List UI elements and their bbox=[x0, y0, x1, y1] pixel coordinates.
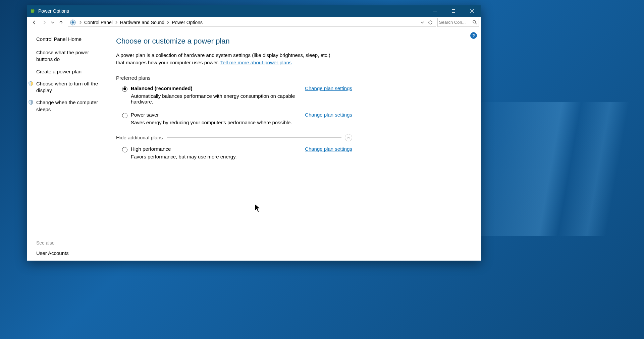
sidebar-task-power-buttons[interactable]: Choose what the power buttons do bbox=[36, 49, 106, 63]
breadcrumb-item[interactable]: Control Panel bbox=[83, 18, 114, 26]
preferred-plans-header: Preferred plans bbox=[116, 75, 352, 81]
maximize-button[interactable] bbox=[444, 5, 463, 17]
breadcrumb-item[interactable]: Hardware and Sound bbox=[119, 18, 166, 26]
change-plan-settings-link[interactable]: Change plan settings bbox=[305, 85, 352, 105]
change-plan-settings-link[interactable]: Change plan settings bbox=[305, 112, 352, 125]
sidebar-task-label: Choose when to turn off the display bbox=[36, 81, 98, 93]
plan-description: Saves energy by reducing your computer's… bbox=[131, 120, 298, 125]
sidebar-task-label: Change when the computer sleeps bbox=[36, 99, 98, 112]
address-bar[interactable]: Control Panel Hardware and Sound Power O… bbox=[68, 18, 436, 27]
plan-power-saver: Power saver Saves energy by reducing you… bbox=[116, 112, 352, 125]
help-button[interactable]: ? bbox=[470, 32, 477, 39]
see-also-user-accounts[interactable]: User Accounts bbox=[36, 250, 106, 256]
page-description: A power plan is a collection of hardware… bbox=[116, 52, 334, 66]
svg-rect-2 bbox=[452, 10, 455, 13]
nav-buttons bbox=[27, 17, 66, 28]
group-label: Hide additional plans bbox=[116, 135, 163, 140]
chevron-right-icon[interactable] bbox=[114, 21, 119, 24]
plan-high-performance: High performance Favors performance, but… bbox=[116, 146, 352, 159]
plan-name[interactable]: Power saver bbox=[131, 112, 298, 118]
sidebar-task-label: Choose what the power buttons do bbox=[36, 50, 89, 62]
page-title: Choose or customize a power plan bbox=[116, 37, 352, 46]
chevron-right-icon[interactable] bbox=[78, 21, 83, 24]
power-options-window: Power Options bbox=[27, 5, 481, 261]
sidebar-task-label: Create a power plan bbox=[36, 69, 82, 74]
radio-power-saver[interactable] bbox=[122, 113, 127, 118]
divider bbox=[155, 78, 352, 78]
search-box[interactable] bbox=[437, 18, 479, 27]
change-plan-settings-link[interactable]: Change plan settings bbox=[305, 146, 352, 159]
control-panel-home-link[interactable]: Control Panel Home bbox=[36, 36, 106, 42]
additional-plans-header[interactable]: Hide additional plans bbox=[116, 134, 352, 141]
close-button[interactable] bbox=[463, 5, 481, 17]
refresh-button[interactable] bbox=[426, 18, 434, 26]
group-label: Preferred plans bbox=[116, 75, 151, 81]
content: Choose or customize a power plan A power… bbox=[111, 28, 366, 261]
sidebar-task-sleep[interactable]: Change when the computer sleeps bbox=[36, 99, 106, 113]
back-button[interactable] bbox=[30, 18, 39, 27]
window-title: Power Options bbox=[38, 8, 426, 14]
plan-balanced: Balanced (recommended) Automatically bal… bbox=[116, 85, 352, 105]
up-button[interactable] bbox=[56, 18, 66, 27]
breadcrumb-item[interactable]: Power Options bbox=[170, 18, 204, 26]
plan-description: Favors performance, but may use more ene… bbox=[131, 154, 298, 159]
svg-rect-0 bbox=[31, 9, 34, 13]
body: ? Control Panel Home Choose what the pow… bbox=[27, 28, 481, 261]
window-controls bbox=[426, 5, 481, 17]
sidebar: Control Panel Home Choose what the power… bbox=[27, 28, 111, 261]
shield-icon bbox=[28, 100, 34, 105]
address-dropdown-button[interactable] bbox=[418, 18, 426, 26]
collapse-button[interactable] bbox=[345, 134, 352, 141]
chevron-right-icon[interactable] bbox=[166, 21, 170, 24]
learn-more-link[interactable]: Tell me more about power plans bbox=[220, 60, 292, 65]
sidebar-task-create-plan[interactable]: Create a power plan bbox=[36, 68, 106, 75]
plan-description: Automatically balances performance with … bbox=[131, 93, 298, 105]
svg-point-4 bbox=[72, 21, 74, 23]
titlebar: Power Options bbox=[27, 5, 481, 17]
see-also-header: See also bbox=[36, 240, 106, 246]
svg-point-5 bbox=[473, 20, 476, 23]
search-icon[interactable] bbox=[472, 20, 477, 24]
minimize-button[interactable] bbox=[426, 5, 444, 17]
divider bbox=[167, 137, 341, 138]
radio-high-performance[interactable] bbox=[122, 147, 127, 152]
recent-locations-button[interactable] bbox=[50, 18, 56, 27]
shield-icon bbox=[28, 81, 34, 86]
sidebar-task-display-off[interactable]: Choose when to turn off the display bbox=[36, 80, 106, 94]
app-icon bbox=[30, 8, 36, 14]
search-input[interactable] bbox=[439, 20, 472, 25]
cursor-icon bbox=[255, 204, 261, 213]
svg-rect-1 bbox=[34, 10, 35, 11]
radio-balanced[interactable] bbox=[122, 86, 127, 92]
plan-name[interactable]: High performance bbox=[131, 146, 298, 152]
nav-row: Control Panel Hardware and Sound Power O… bbox=[27, 17, 481, 28]
plan-name[interactable]: Balanced (recommended) bbox=[131, 85, 298, 91]
control-panel-icon bbox=[69, 19, 76, 26]
forward-button[interactable] bbox=[40, 18, 49, 27]
